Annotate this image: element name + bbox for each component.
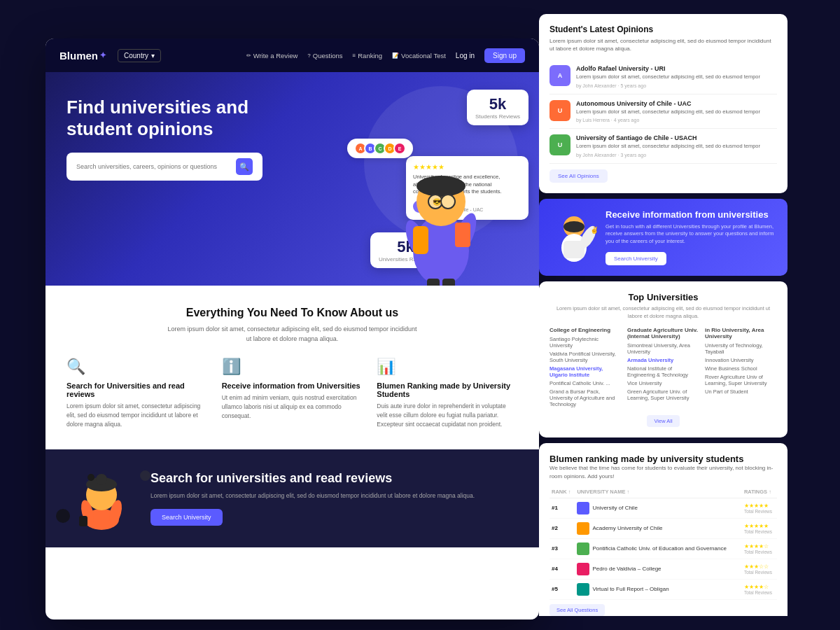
questions-link[interactable]: ? Questions [307, 52, 342, 59]
opinion-time-0: 5 years ago [620, 83, 646, 88]
info-text: Receive information from universities Ge… [606, 209, 777, 266]
rank-num-3: #4 [552, 566, 558, 572]
feature-search-desc: Lorem ipsum dolor sit amet, consectetur … [66, 402, 208, 428]
search-button[interactable]: 🔍 [236, 158, 253, 175]
stars-4: ★★★★☆ [744, 584, 775, 590]
see-all-opinions-button[interactable]: See All Opinions [550, 169, 608, 183]
feature-ranking: 📊 Blumen Ranking made by University Stud… [377, 358, 518, 428]
see-questions-button[interactable]: See All Questions [550, 604, 605, 616]
logo[interactable]: Blumen✦ [59, 50, 106, 62]
table-row: #5 Virtual to Full Report – Obligan ★★★★… [550, 579, 777, 599]
uni-item-0-2[interactable]: Magasana University, Ulgario Institute [550, 365, 622, 378]
opinion-author-0: by John Alexander [576, 83, 617, 88]
opinion-item-1: U Autonomous University of Chile - UAC L… [550, 94, 777, 130]
info-title: Receive information from universities [606, 209, 777, 220]
uni-item-0-0[interactable]: Santiago Polytechnic University [550, 336, 622, 349]
opinions-desc: Lorem ipsum dolor sit amet, consectetur … [550, 37, 777, 52]
table-row: #4 Pedro de Valdivia – College ★★★☆☆ Tot… [550, 559, 777, 579]
table-row: #2 Academy University of Chile ★★★★★ Tot… [550, 518, 777, 538]
vocational-icon: 📝 [392, 52, 399, 59]
ranking-link[interactable]: ≡ Ranking [353, 52, 383, 59]
dark-search-title: Search for universities and read reviews [150, 471, 518, 486]
ranking-title: Blumen ranking made by university studen… [550, 454, 777, 464]
uni-item-1-3[interactable]: Vice University [627, 380, 699, 386]
top-unis-card: Top Universities Lorem ipsum dolor sit a… [539, 281, 788, 438]
uni-item-1-0[interactable]: Simontreal University, Area University [627, 342, 699, 355]
right-panel: Student's Latest Opinions Lorem ipsum do… [539, 14, 788, 616]
feature-info: ℹ️ Receive information from Universities… [222, 358, 363, 428]
feature-ranking-desc: Duis aute irure dolor in reprehenderit i… [377, 402, 518, 428]
count-4: Total Reviews [744, 590, 775, 595]
stars-3: ★★★☆☆ [744, 564, 775, 570]
uni-avatar-2: U [550, 134, 570, 155]
uni-name-1: Academy University of Chile [592, 525, 662, 531]
table-row: #1 University of Chile ★★★★★ Total Revie… [550, 498, 777, 518]
svg-text:😎: 😎 [433, 197, 442, 206]
svg-point-15 [96, 474, 107, 485]
svg-rect-11 [413, 226, 428, 254]
opinion-content-2: University of Santiago de Chile - USACH … [576, 134, 777, 158]
uni-item-0-3[interactable]: Pontifical Catholic Univ. ... [550, 380, 622, 386]
search-university-button[interactable]: Search University [150, 509, 223, 526]
dark-search-text: Search for universities and read reviews… [150, 471, 518, 526]
uni-item-1-1[interactable]: Armada University [627, 357, 699, 363]
uni-item-2-2[interactable]: Wine Business School [705, 365, 777, 372]
login-button[interactable]: Log in [456, 52, 475, 59]
uni-avatar-0: A [550, 65, 570, 86]
feature-info-desc: Ut enim ad minim veniam, quis nostrud ex… [222, 393, 363, 420]
hero-search-bar[interactable]: 🔍 [66, 153, 262, 181]
svg-text:✌: ✌ [590, 225, 598, 234]
rank-num-2: #3 [552, 545, 558, 552]
table-row: #3 Pontificia Catholic Univ. of Educatio… [550, 538, 777, 559]
uni-item-2-3[interactable]: Rover Agriculture Univ of Learning, Supe… [705, 374, 777, 386]
country-selector[interactable]: Country ▾ [118, 49, 161, 62]
uni-item-1-4[interactable]: Green Agriculture Univ. of Learning, Sup… [627, 388, 699, 401]
ranking-card: Blumen ranking made by university studen… [539, 443, 788, 616]
opinion-text-0: Lorem ipsum dolor sit amet, consectetur … [576, 74, 777, 81]
uni-item-0-4[interactable]: Grand a Bursar Pack, University of Agric… [550, 388, 622, 407]
ranking-feature-icon: 📊 [377, 358, 518, 376]
brand-name: Blumen [59, 50, 98, 62]
country-label: Country [124, 52, 148, 59]
rank-num-0: #1 [552, 505, 558, 511]
brand-star: ✦ [99, 50, 106, 60]
count-2: Total Reviews [744, 550, 775, 554]
unis-col-1: Graduate Agriculture Univ. (Internat Uni… [627, 327, 699, 410]
uni-item-2-0[interactable]: University of Technology, Tayabali [705, 342, 777, 355]
opinion-uni-name-1: Autonomous University of Chile - UAC [576, 100, 777, 107]
question-icon: ? [307, 52, 310, 59]
uni-item-2-4[interactable]: Un Part of Student [705, 388, 777, 395]
unis-col-0: College of Engineering Santiago Polytech… [550, 327, 622, 410]
feature-search: 🔍 Search for Universities and read revie… [66, 358, 208, 428]
write-review-label: Write a Review [253, 52, 298, 59]
opinion-text-1: Lorem ipsum dolor sit amet, consectetur … [576, 108, 777, 116]
rank-num-4: #5 [552, 586, 558, 592]
opinion-item-2: U University of Santiago de Chile - USAC… [550, 129, 777, 164]
opinion-text-2: Lorem ipsum dolor sit amet, consectetur … [576, 143, 777, 150]
uni-logo-1 [577, 522, 589, 535]
uni-item-2-1[interactable]: Innovation University [705, 357, 777, 363]
hero-character: 😎 [385, 111, 497, 286]
uni-category-2: in Rio University, Area University [705, 327, 777, 340]
dark-section-figure [66, 467, 136, 530]
opinion-uni-name-2: University of Santiago de Chile - USACH [576, 134, 777, 141]
search-university-info-button[interactable]: Search University [606, 252, 666, 265]
main-panel: Blumen✦ Country ▾ ✏ Write a Review ? Que… [46, 38, 539, 620]
uni-item-1-2[interactable]: National Institute of Engineering & Tech… [627, 365, 699, 378]
uni-logo-3 [577, 563, 589, 575]
opinion-time-2: 3 years ago [620, 153, 646, 158]
signup-button[interactable]: Sign up [484, 48, 525, 63]
opinion-content-1: Autonomous University of Chile - UAC Lor… [576, 100, 777, 123]
search-input[interactable] [76, 163, 230, 170]
write-review-link[interactable]: ✏ Write a Review [246, 52, 298, 59]
uni-item-0-1[interactable]: Valdivia Pontifical University, South Un… [550, 351, 622, 363]
vocational-link[interactable]: 📝 Vocational Test [392, 52, 446, 59]
opinion-author-2: by John Alexander [576, 153, 617, 158]
stars-2: ★★★★☆ [744, 543, 775, 550]
ranking-label: Ranking [358, 52, 382, 59]
uni-category-1: Graduate Agriculture Univ. (Internat Uni… [627, 327, 699, 340]
navbar: Blumen✦ Country ▾ ✏ Write a Review ? Que… [46, 38, 539, 72]
dark-search-desc: Lorem ipsum dolor sit amet, consectetur … [150, 491, 518, 500]
view-all-button[interactable]: View All [647, 415, 679, 427]
opinion-meta-0: by John Alexander · 5 years ago [576, 83, 777, 88]
